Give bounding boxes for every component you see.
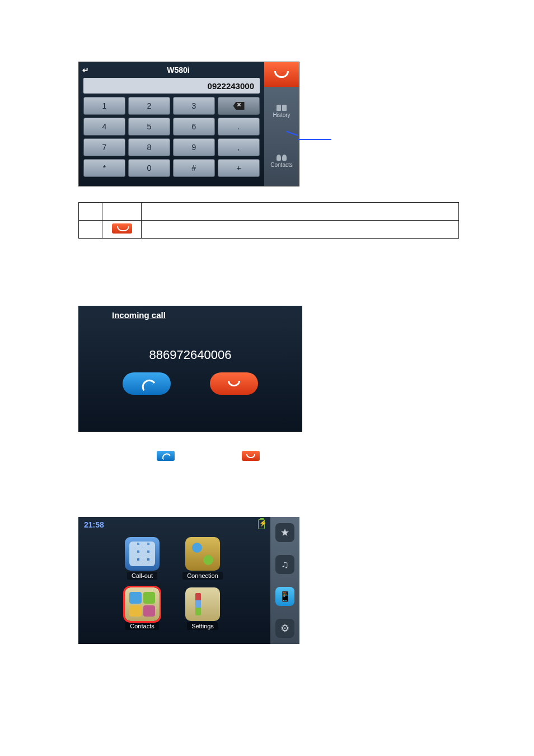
key-6[interactable]: 6: [173, 118, 215, 136]
contacts-icon: [125, 587, 160, 621]
keypad-grid: 1 2 3 4 5 6 . 7 8 9 , * 0 # +: [83, 97, 260, 177]
callout-leader-line: [298, 139, 331, 140]
reject-button[interactable]: [210, 372, 258, 395]
table-cell: [79, 221, 102, 239]
key-comma[interactable]: ,: [218, 138, 260, 156]
menu-item-callout[interactable]: Call-out: [115, 537, 169, 580]
answer-icon-small: [157, 451, 175, 461]
dialpad-main: ↵ W580i 0922243000 1 2 3 4 5 6 . 7 8 9 ,…: [79, 62, 264, 186]
menu-item-settings[interactable]: Settings: [176, 587, 229, 630]
key-hash[interactable]: #: [173, 159, 215, 177]
incoming-call-screenshot: Incoming call 886972640006: [78, 306, 302, 432]
answer-icon: [140, 377, 153, 390]
menu-main: 21:58 Call-out Connection Contacts Setti…: [78, 517, 270, 644]
hangup-icon: [274, 71, 289, 78]
back-icon[interactable]: ↵: [79, 66, 92, 74]
hangup-button[interactable]: [264, 62, 299, 87]
key-9[interactable]: 9: [173, 138, 215, 156]
key-4[interactable]: 4: [83, 118, 125, 136]
menu-sidebar: ★ ♫ 📱 ⚙: [270, 517, 299, 644]
entered-number-display: 0922243000: [83, 78, 260, 94]
incoming-call-number: 886972640006: [149, 348, 232, 362]
dialpad-screenshot: ↵ W580i 0922243000 1 2 3 4 5 6 . 7 8 9 ,…: [78, 62, 299, 186]
table-cell: [102, 203, 142, 221]
key-plus[interactable]: +: [218, 159, 260, 177]
table-cell: [142, 221, 459, 239]
key-dot[interactable]: .: [218, 118, 260, 136]
key-star[interactable]: *: [83, 159, 125, 177]
callout-icon: [125, 537, 160, 571]
history-icon: [277, 105, 287, 111]
reject-icon-small: [242, 451, 260, 461]
inline-icon-row: [157, 451, 534, 461]
hangup-icon: [112, 223, 132, 234]
key-backspace[interactable]: [218, 97, 260, 115]
key-3[interactable]: 3: [173, 97, 215, 115]
table-cell: [142, 203, 459, 221]
menu-label: Contacts: [125, 622, 158, 630]
answer-button[interactable]: [123, 372, 171, 395]
icon-description-table: [78, 202, 459, 239]
key-2[interactable]: 2: [128, 97, 170, 115]
battery-charging-icon: [258, 519, 265, 529]
clock-label: 21:58: [84, 520, 104, 529]
table-row: [79, 221, 459, 239]
side-bluetooth-button[interactable]: 📱: [270, 581, 299, 613]
key-8[interactable]: 8: [128, 138, 170, 156]
menu-label: Settings: [187, 622, 218, 630]
history-label: History: [273, 112, 290, 118]
contacts-icon: [277, 155, 287, 161]
table-cell: [102, 221, 142, 239]
incoming-call-title: Incoming call: [112, 310, 166, 321]
menu-item-contacts[interactable]: Contacts: [115, 587, 169, 630]
table-cell: [79, 203, 102, 221]
star-icon: ★: [275, 523, 294, 542]
side-settings-button[interactable]: ⚙: [270, 612, 299, 644]
backspace-icon: [233, 102, 245, 110]
settings-icon: [185, 587, 220, 621]
bluetooth-menu-screenshot: 21:58 Call-out Connection Contacts Setti…: [78, 517, 299, 644]
contacts-label: Contacts: [270, 162, 292, 168]
key-7[interactable]: 7: [83, 138, 125, 156]
menu-label: Connection: [182, 572, 223, 580]
gear-icon: ⚙: [275, 619, 294, 638]
clapper-icon: ♫: [275, 555, 294, 574]
menu-label: Call-out: [127, 572, 157, 580]
history-button[interactable]: History: [264, 87, 299, 137]
key-1[interactable]: 1: [83, 97, 125, 115]
connection-icon: [185, 537, 220, 571]
key-5[interactable]: 5: [128, 118, 170, 136]
menu-item-connection[interactable]: Connection: [176, 537, 229, 580]
reject-icon: [228, 381, 240, 386]
phone-bt-icon: 📱: [275, 587, 294, 606]
contacts-button[interactable]: Contacts: [264, 137, 299, 186]
side-media-button[interactable]: ♫: [270, 549, 299, 581]
device-title: W580i: [92, 66, 264, 74]
side-home-button[interactable]: ★: [270, 517, 299, 549]
table-row: [79, 203, 459, 221]
key-0[interactable]: 0: [128, 159, 170, 177]
dialpad-sidebar: History Contacts: [264, 62, 299, 186]
